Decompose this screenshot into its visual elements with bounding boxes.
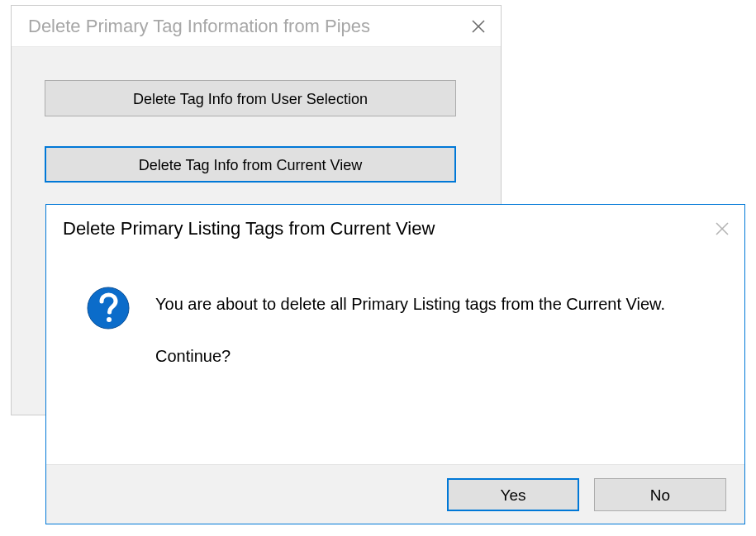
- question-icon: [86, 286, 131, 464]
- parent-titlebar: Delete Primary Tag Information from Pipe…: [12, 6, 501, 47]
- close-icon[interactable]: [469, 17, 487, 36]
- confirm-dialog: Delete Primary Listing Tags from Current…: [45, 204, 745, 524]
- parent-title: Delete Primary Tag Information from Pipe…: [28, 16, 370, 37]
- confirm-title: Delete Primary Listing Tags from Current…: [63, 218, 435, 240]
- svg-point-5: [107, 317, 112, 322]
- delete-current-view-button[interactable]: Delete Tag Info from Current View: [45, 146, 456, 183]
- yes-button[interactable]: Yes: [447, 478, 579, 511]
- confirm-message: You are about to delete all Primary List…: [155, 292, 720, 464]
- confirm-titlebar: Delete Primary Listing Tags from Current…: [46, 205, 744, 253]
- confirm-footer: Yes No: [46, 464, 744, 524]
- confirm-body: You are about to delete all Primary List…: [46, 253, 744, 464]
- confirm-message-line1: You are about to delete all Primary List…: [155, 292, 720, 316]
- no-button[interactable]: No: [594, 478, 726, 511]
- delete-user-selection-button[interactable]: Delete Tag Info from User Selection: [45, 80, 456, 116]
- close-icon[interactable]: [713, 220, 731, 238]
- confirm-message-line2: Continue?: [155, 344, 720, 368]
